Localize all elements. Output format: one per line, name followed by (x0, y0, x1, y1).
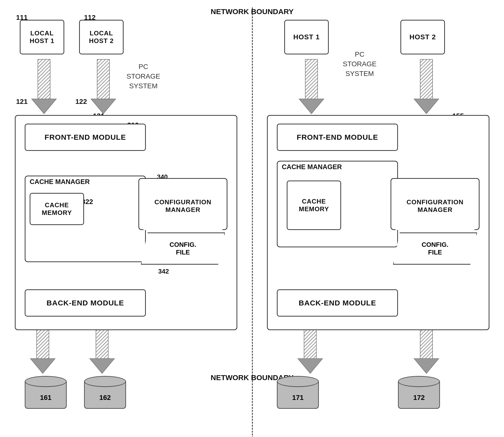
right-front-end-module-box: FRONT-END MODULE (277, 124, 398, 151)
svg-marker-11 (30, 359, 55, 373)
right-config-file: CONFIG.FILE (393, 232, 477, 265)
right-back-end-module-box: BACK-END MODULE (277, 289, 398, 317)
svg-rect-14 (305, 59, 318, 99)
svg-marker-17 (414, 99, 439, 114)
diagram-container: NETWORK BOUNDARY NETWORK BOUNDARY (0, 0, 504, 437)
left-cache-memory-box: CACHEMEMORY (30, 193, 84, 225)
svg-rect-5 (97, 59, 110, 99)
right-disk-1: 171 (277, 376, 319, 409)
svg-rect-10 (37, 329, 49, 359)
svg-marker-4 (32, 99, 56, 114)
network-boundary-line (252, 7, 253, 437)
ref-122: 122 (75, 98, 87, 106)
left-disk-1: 161 (25, 376, 67, 409)
left-disk-2: 162 (84, 376, 126, 409)
left-config-manager-box: CONFIGURATIONMANAGER (142, 182, 224, 230)
right-host-1-box: HOST 1 (284, 20, 329, 54)
ref-342: 342 (158, 268, 169, 275)
right-host-2-box: HOST 2 (400, 20, 445, 54)
svg-rect-16 (420, 59, 433, 99)
left-front-end-module-box: FRONT-END MODULE (25, 124, 146, 151)
right-config-manager-box: CONFIGURATIONMANAGER (394, 182, 476, 230)
right-disk-2: 172 (398, 376, 440, 409)
svg-marker-15 (299, 99, 324, 114)
right-cache-memory-box: CACHEMEMORY (287, 181, 341, 230)
svg-rect-12 (96, 329, 108, 359)
network-boundary-label-top: NETWORK BOUNDARY (210, 7, 294, 16)
left-config-file: CONFIG.FILE (141, 232, 225, 265)
svg-rect-3 (38, 59, 50, 99)
svg-marker-21 (414, 359, 439, 373)
left-pc-storage-label: PCSTORAGESYSTEM (124, 62, 163, 91)
svg-marker-19 (298, 359, 323, 373)
svg-marker-6 (91, 99, 116, 114)
svg-rect-18 (304, 329, 316, 359)
local-host-1-box: LOCALHOST 1 (20, 20, 64, 54)
ref-121: 121 (16, 98, 28, 106)
svg-marker-13 (90, 359, 114, 373)
right-pc-storage-label: PCSTORAGESYSTEM (335, 49, 384, 79)
local-host-2-box: LOCALHOST 2 (79, 20, 124, 54)
svg-rect-20 (420, 329, 433, 359)
right-cache-manager-label: CACHE MANAGER (282, 163, 342, 171)
left-cache-manager-label: CACHE MANAGER (30, 178, 90, 186)
left-back-end-module-box: BACK-END MODULE (25, 289, 146, 317)
